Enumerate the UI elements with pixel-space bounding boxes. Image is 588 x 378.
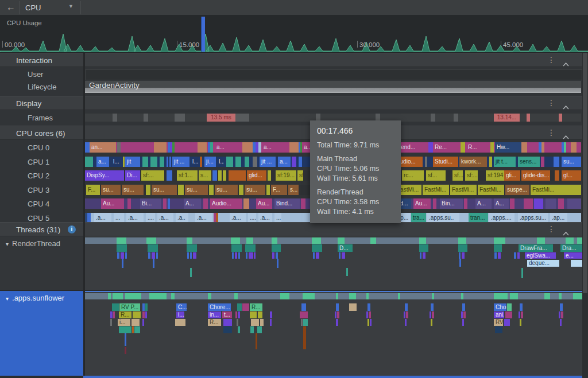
- trace-event[interactable]: DispSy...: [85, 170, 124, 181]
- trace-event[interactable]: s...: [288, 185, 299, 195]
- trace-segment[interactable]: [571, 142, 577, 153]
- trace-segment[interactable]: [127, 198, 131, 209]
- trace-event[interactable]: glid...: [247, 170, 266, 181]
- trace-segment[interactable]: [212, 170, 217, 181]
- trace-segment[interactable]: [521, 268, 523, 278]
- trace-event[interactable]: .a..: [176, 213, 188, 223]
- trace-event[interactable]: s...: [199, 170, 211, 181]
- trace-segment[interactable]: [266, 185, 270, 195]
- trace-event[interactable]: Di...: [125, 170, 140, 181]
- trace-segment[interactable]: [216, 213, 218, 223]
- trace-event[interactable]: R...: [250, 303, 262, 311]
- trace-segment[interactable]: [150, 157, 157, 167]
- trace-segment[interactable]: [520, 303, 523, 311]
- trace-segment[interactable]: [459, 252, 461, 259]
- trace-segment[interactable]: [498, 252, 501, 259]
- trace-event[interactable]: a...: [96, 157, 109, 167]
- trace-event[interactable]: .a...: [94, 213, 111, 223]
- trace-event[interactable]: an...: [90, 142, 116, 153]
- trace-event[interactable]: Bi...: [140, 198, 161, 209]
- thread-sunflower-track[interactable]: RV P...R...i...C...i...Chore...in...t...…: [85, 291, 582, 376]
- trace-segment[interactable]: [119, 326, 131, 333]
- trace-segment[interactable]: [218, 170, 222, 181]
- trace-segment[interactable]: [148, 252, 150, 259]
- cpu-usage-chart[interactable]: CPU Usage 00.00015.00030.00045.000: [0, 15, 588, 52]
- trace-segment[interactable]: [153, 259, 154, 268]
- trace-segment[interactable]: [260, 319, 264, 326]
- trace-segment[interactable]: [123, 157, 125, 167]
- trace-segment[interactable]: [272, 252, 274, 259]
- trace-event[interactable]: su...: [152, 185, 177, 195]
- trace-segment[interactable]: [530, 114, 559, 122]
- trace-segment[interactable]: [336, 303, 339, 311]
- trace-segment[interactable]: [567, 198, 581, 209]
- trace-segment[interactable]: [560, 319, 562, 326]
- trace-segment[interactable]: [462, 303, 465, 311]
- trace-segment[interactable]: [238, 311, 240, 318]
- trace-event[interactable]: jit: [125, 157, 140, 167]
- back-button[interactable]: ←: [5, 2, 17, 13]
- trace-segment[interactable]: [142, 157, 148, 167]
- trace-segment[interactable]: [237, 319, 238, 326]
- trace-segment[interactable]: [156, 252, 158, 259]
- trace-segment[interactable]: [316, 252, 319, 259]
- section-threads-header[interactable]: Threads (31) i ⋮: [0, 222, 582, 236]
- trace-segment[interactable]: [505, 311, 512, 318]
- trace-segment[interactable]: [185, 114, 207, 122]
- trace-event[interactable]: .a...: [126, 213, 144, 223]
- trace-segment[interactable]: [257, 326, 262, 333]
- trace-event[interactable]: eglSwa...: [525, 252, 556, 259]
- trace-segment[interactable]: [167, 170, 172, 181]
- trace-segment[interactable]: [270, 319, 272, 326]
- trace-event[interactable]: jit t...: [494, 157, 516, 167]
- trace-segment[interactable]: [560, 303, 563, 311]
- trace-event[interactable]: sf: [297, 170, 303, 181]
- section-interaction-header[interactable]: Interaction ⋮: [0, 53, 582, 67]
- trace-segment[interactable]: [303, 319, 308, 326]
- trace-segment[interactable]: [122, 259, 123, 268]
- trace-segment[interactable]: [117, 114, 144, 122]
- trace-event[interactable]: DrawFra...: [519, 244, 553, 252]
- trace-segment[interactable]: [435, 114, 454, 122]
- trace-segment[interactable]: [167, 157, 168, 167]
- section-display-header[interactable]: Display ⋮: [0, 96, 582, 110]
- trace-event[interactable]: RV P...: [119, 303, 140, 311]
- trace-event[interactable]: a...: [262, 142, 288, 153]
- trace-segment[interactable]: [301, 319, 303, 326]
- trace-event[interactable]: gl...: [562, 170, 581, 181]
- trace-segment[interactable]: [117, 252, 119, 259]
- trace-segment[interactable]: [299, 157, 302, 167]
- section-cpu-cores-header[interactable]: CPU cores (6) ⋮: [0, 126, 582, 140]
- trace-segment[interactable]: [337, 311, 339, 318]
- trace-segment[interactable]: [145, 303, 148, 311]
- trace-segment[interactable]: [276, 252, 278, 259]
- trace-event[interactable]: Hw...: [495, 142, 521, 153]
- trace-segment[interactable]: [368, 319, 369, 326]
- trace-segment[interactable]: [461, 142, 465, 153]
- trace-segment[interactable]: [145, 311, 147, 318]
- trace-segment[interactable]: [235, 311, 237, 318]
- track-lifecycle[interactable]: GardenActivity: [85, 81, 581, 93]
- trace-segment[interactable]: [433, 198, 436, 209]
- thread-renderthread-label[interactable]: ▾RenderThread: [0, 236, 83, 290]
- trace-segment[interactable]: [454, 114, 458, 122]
- trace-segment[interactable]: [541, 142, 544, 153]
- trace-segment[interactable]: [431, 319, 432, 326]
- trace-segment[interactable]: [146, 185, 150, 195]
- trace-segment[interactable]: [342, 252, 345, 259]
- trace-segment[interactable]: [87, 213, 91, 223]
- trace-segment[interactable]: [142, 311, 145, 318]
- trace-segment[interactable]: [554, 157, 559, 167]
- trace-segment[interactable]: [148, 244, 158, 252]
- trace-segment[interactable]: [272, 244, 281, 252]
- trace-segment[interactable]: [489, 157, 492, 167]
- track-user[interactable]: [85, 69, 582, 80]
- trace-segment[interactable]: [85, 142, 90, 153]
- trace-segment[interactable]: [258, 142, 261, 153]
- trace-event[interactable]: A...: [475, 198, 492, 209]
- trace-segment[interactable]: [133, 311, 141, 318]
- trace-segment[interactable]: [312, 244, 322, 252]
- trace-segment[interactable]: [303, 326, 306, 349]
- trace-segment[interactable]: [459, 259, 461, 267]
- trace-segment[interactable]: [256, 333, 257, 349]
